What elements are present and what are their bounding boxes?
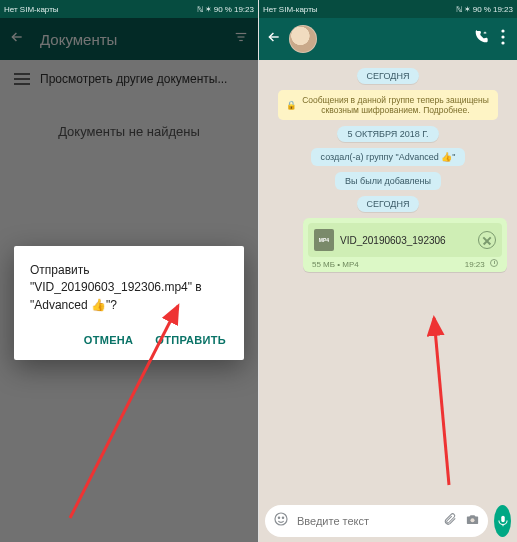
mic-button[interactable] bbox=[494, 505, 511, 537]
date-chip-today: СЕГОДНЯ bbox=[357, 68, 420, 84]
svg-point-8 bbox=[278, 517, 279, 518]
chat-appbar bbox=[259, 18, 517, 60]
dialog-message: Отправить "VID_20190603_192306.mp4" в "A… bbox=[30, 262, 228, 314]
status-battery: 90 % bbox=[214, 5, 232, 14]
svg-point-10 bbox=[471, 518, 475, 522]
message-time: 19:23 bbox=[465, 260, 485, 269]
composer-input-wrap[interactable] bbox=[265, 505, 488, 537]
status-bar: Нет SIM-карты ℕ ✶ 90 % 19:23 bbox=[0, 0, 258, 18]
file-icon: MP4 bbox=[314, 229, 334, 251]
status-bt: ✶ bbox=[205, 5, 212, 14]
encryption-notice[interactable]: 🔒 Сообщения в данной группе теперь защищ… bbox=[278, 90, 498, 120]
status-battery: 90 % bbox=[473, 5, 491, 14]
svg-point-5 bbox=[501, 35, 504, 38]
more-icon[interactable] bbox=[497, 29, 509, 49]
composer bbox=[259, 500, 517, 542]
status-sim: Нет SIM-карты bbox=[263, 5, 318, 14]
avatar[interactable] bbox=[289, 25, 317, 53]
date-chip-today-2: СЕГОДНЯ bbox=[357, 196, 420, 212]
right-phone: Нет SIM-карты ℕ ✶ 90 % 19:23 СЕГОДНЯ 🔒 bbox=[258, 0, 517, 542]
status-nfc: ℕ bbox=[197, 5, 203, 14]
send-button[interactable]: ОТПРАВИТЬ bbox=[153, 328, 228, 352]
file-meta: 55 МБ • MP4 bbox=[312, 260, 359, 269]
svg-rect-11 bbox=[501, 516, 505, 522]
svg-point-7 bbox=[275, 513, 287, 525]
status-time: 19:23 bbox=[234, 5, 254, 14]
send-dialog: Отправить "VID_20190603_192306.mp4" в "A… bbox=[14, 246, 244, 360]
svg-point-9 bbox=[282, 517, 283, 518]
svg-point-4 bbox=[501, 29, 504, 32]
left-phone: Нет SIM-карты ℕ ✶ 90 % 19:23 Документы П… bbox=[0, 0, 258, 542]
status-time: 19:23 bbox=[493, 5, 513, 14]
cancel-upload-icon[interactable] bbox=[478, 231, 496, 249]
status-bt: ✶ bbox=[464, 5, 471, 14]
attach-icon[interactable] bbox=[443, 512, 457, 530]
outgoing-document-message[interactable]: MP4 VID_20190603_192306 55 МБ • MP4 19:2… bbox=[303, 218, 507, 272]
cancel-button[interactable]: ОТМЕНА bbox=[82, 328, 135, 352]
call-icon[interactable] bbox=[473, 29, 489, 49]
camera-icon[interactable] bbox=[465, 512, 480, 531]
date-chip: 5 ОКТЯБРЯ 2018 Г. bbox=[337, 126, 438, 142]
message-input[interactable] bbox=[297, 515, 435, 527]
pending-clock-icon bbox=[490, 259, 498, 267]
status-sim: Нет SIM-карты bbox=[4, 5, 59, 14]
status-nfc: ℕ bbox=[456, 5, 462, 14]
svg-point-6 bbox=[501, 41, 504, 44]
status-bar: Нет SIM-карты ℕ ✶ 90 % 19:23 bbox=[259, 0, 517, 18]
system-created-group: создал(-а) группу "Advanced 👍" bbox=[311, 148, 466, 166]
file-name: VID_20190603_192306 bbox=[340, 235, 472, 246]
emoji-icon[interactable] bbox=[273, 511, 289, 531]
chat-body: СЕГОДНЯ 🔒 Сообщения в данной группе тепе… bbox=[259, 60, 517, 500]
lock-icon: 🔒 bbox=[286, 100, 297, 110]
system-you-were-added: Вы были добавлены bbox=[335, 172, 441, 190]
back-icon[interactable] bbox=[267, 30, 281, 48]
